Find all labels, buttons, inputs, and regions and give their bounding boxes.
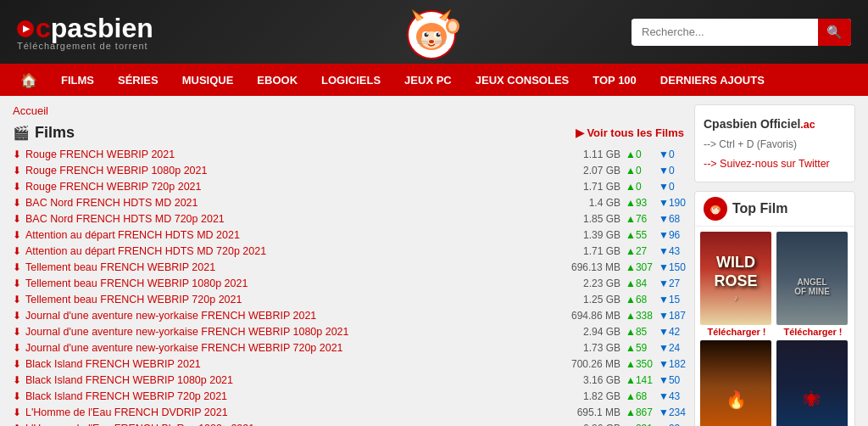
film-title-2[interactable]: Rouge FRENCH WEBRIP 720p 2021 (25, 181, 546, 193)
download-icon-6: ⬇ (13, 245, 21, 257)
film-up-13: ▲350 (626, 358, 655, 370)
film-size-9: 1.25 GB (553, 294, 620, 305)
svg-point-9 (425, 32, 429, 36)
film-title-6[interactable]: Attention au départ FRENCH HDTS MD 720p … (25, 245, 546, 257)
film-title-15[interactable]: Black Island FRENCH WEBRIP 720p 2021 (25, 390, 546, 402)
film-title-14[interactable]: Black Island FRENCH WEBRIP 1080p 2021 (25, 374, 546, 386)
film-size-13: 700.26 MB (553, 358, 620, 370)
top-film-header: Top Film (695, 192, 854, 227)
breadcrumb[interactable]: Accueil (13, 104, 684, 117)
logo-subtitle: Téléchargement de torrent (17, 41, 148, 51)
film-icon: 🎬 (13, 125, 30, 141)
poster-4[interactable]: 🕷 (776, 340, 849, 426)
logo-area: cpasbien Téléchargement de torrent (17, 13, 153, 51)
nav-ebook[interactable]: EBOOK (245, 64, 309, 96)
top-film-box: Top Film WILD ROSE ♪ Télécharger ! (694, 191, 855, 426)
film-up-17: ▲231 (626, 423, 655, 426)
film-down-1: ▼0 (659, 165, 684, 177)
download-icon-4: ⬇ (13, 213, 21, 225)
film-title-1[interactable]: Rouge FRENCH WEBRIP 1080p 2021 (25, 165, 546, 177)
search-box: 🔍 (632, 19, 851, 46)
film-size-0: 1.11 GB (553, 149, 620, 160)
film-down-2: ▼0 (659, 181, 684, 193)
film-down-16: ▼234 (659, 406, 684, 418)
sidebar: Cpasbien Officiel.ac --> Ctrl + D (Favor… (694, 104, 855, 426)
film-up-3: ▲93 (626, 197, 655, 209)
sidebar-official-box: Cpasbien Officiel.ac --> Ctrl + D (Favor… (694, 104, 855, 182)
film-down-5: ▼96 (659, 229, 684, 241)
download-icon-13: ⬇ (13, 358, 21, 370)
film-down-15: ▼43 (659, 390, 684, 402)
hint1: --> Ctrl + D (Favoris) (704, 138, 797, 150)
film-up-8: ▲84 (626, 277, 655, 289)
voir-plus-films[interactable]: Voir tous les Films (576, 126, 684, 139)
poster-btn-wild-rose[interactable]: Télécharger ! (700, 327, 773, 337)
logo-name: pasbien (51, 13, 153, 44)
film-up-11: ▲85 (626, 326, 655, 338)
film-title-9[interactable]: Tellement beau FRENCH WEBRIP 720p 2021 (25, 294, 546, 305)
film-up-12: ▲59 (626, 342, 655, 354)
nav-jeux-pc[interactable]: JEUX PC (392, 64, 464, 96)
film-title-8[interactable]: Tellement beau FRENCH WEBRIP 1080p 2021 (25, 277, 546, 289)
film-up-9: ▲68 (626, 294, 655, 305)
mascot (400, 3, 468, 62)
download-icon-11: ⬇ (13, 326, 21, 338)
download-icon-17: ⬇ (13, 423, 21, 426)
download-icon-12: ⬇ (13, 342, 21, 354)
search-button[interactable]: 🔍 (818, 19, 851, 46)
nav-films[interactable]: FILMS (49, 64, 106, 96)
film-title-5[interactable]: Attention au départ FRENCH HDTS MD 2021 (25, 229, 546, 241)
search-input[interactable] (632, 20, 818, 44)
film-title-10[interactable]: Journal d'une aventure new-yorkaise FREN… (25, 310, 546, 322)
download-icon-7: ⬇ (13, 261, 21, 273)
film-up-15: ▲68 (626, 390, 655, 402)
nav-series[interactable]: SÉRIES (106, 64, 170, 96)
nav-derniers-ajouts[interactable]: DERNIERS AJOUTS (648, 64, 776, 96)
nav-musique[interactable]: MUSIQUE (170, 64, 246, 96)
svg-point-25 (713, 208, 715, 210)
nav-top100[interactable]: TOP 100 (581, 64, 648, 96)
film-title-12[interactable]: Journal d'une aventure new-yorkaise FREN… (25, 342, 546, 354)
film-row: ⬇ Tellement beau FRENCH WEBRIP 2021 696.… (13, 260, 684, 276)
film-up-7: ▲307 (626, 261, 655, 273)
poster-3[interactable]: 🔥 (700, 340, 773, 426)
poster-angel-of-mine[interactable]: ANGELOF MINE Télécharger ! (776, 232, 849, 337)
film-title-0[interactable]: Rouge FRENCH WEBRIP 2021 (25, 149, 546, 160)
svg-point-11 (426, 33, 428, 35)
nav-jeux-consoles[interactable]: JEUX CONSOLES (464, 64, 581, 96)
film-down-0: ▼0 (659, 149, 684, 160)
film-title-16[interactable]: L'Homme de l'Eau FRENCH DVDRIP 2021 (25, 406, 546, 418)
film-row: ⬇ Journal d'une aventure new-yorkaise FR… (13, 324, 684, 340)
search-area: 🔍 (632, 19, 851, 46)
download-icon-2: ⬇ (13, 181, 21, 193)
film-title-17[interactable]: L'Homme de l'Eau FRENCH BluRay 1080p 202… (25, 423, 546, 426)
film-size-17: 6.86 GB (553, 423, 620, 426)
film-up-10: ▲338 (626, 310, 655, 322)
nav-home[interactable]: 🏠 (8, 64, 49, 96)
film-up-1: ▲0 (626, 165, 655, 177)
top-film-mascot-icon (704, 197, 727, 221)
film-title-3[interactable]: BAC Nord FRENCH HDTS MD 2021 (25, 197, 546, 209)
download-icon-9: ⬇ (13, 294, 21, 305)
svg-point-26 (717, 208, 719, 210)
poster-wild-rose[interactable]: WILD ROSE ♪ Télécharger ! (700, 232, 773, 337)
top-film-title: Top Film (732, 201, 787, 216)
nav-logiciels[interactable]: LOGICIELS (309, 64, 392, 96)
film-size-10: 694.86 MB (553, 310, 620, 322)
twitter-link[interactable]: --> Suivez-nous sur Twitter (704, 158, 830, 170)
poster-btn-angel[interactable]: Télécharger ! (776, 327, 849, 337)
download-icon-3: ⬇ (13, 197, 21, 209)
film-size-2: 1.71 GB (553, 181, 620, 193)
film-title-13[interactable]: Black Island FRENCH WEBRIP 2021 (25, 358, 546, 370)
film-row: ⬇ Tellement beau FRENCH WEBRIP 1080p 202… (13, 276, 684, 292)
film-title-4[interactable]: BAC Nord FRENCH HDTS MD 720p 2021 (25, 213, 546, 225)
film-row: ⬇ Rouge FRENCH WEBRIP 720p 2021 1.71 GB … (13, 179, 684, 195)
svg-point-10 (437, 32, 441, 36)
svg-point-19 (448, 21, 457, 31)
logo: cpasbien (17, 13, 153, 44)
film-title-11[interactable]: Journal d'une aventure new-yorkaise FREN… (25, 326, 546, 338)
logo-play-icon (17, 20, 34, 37)
content-left: Accueil 🎬 Films Voir tous les Films ⬇ Ro… (13, 104, 684, 426)
download-icon-1: ⬇ (13, 165, 21, 177)
film-title-7[interactable]: Tellement beau FRENCH WEBRIP 2021 (25, 261, 546, 273)
